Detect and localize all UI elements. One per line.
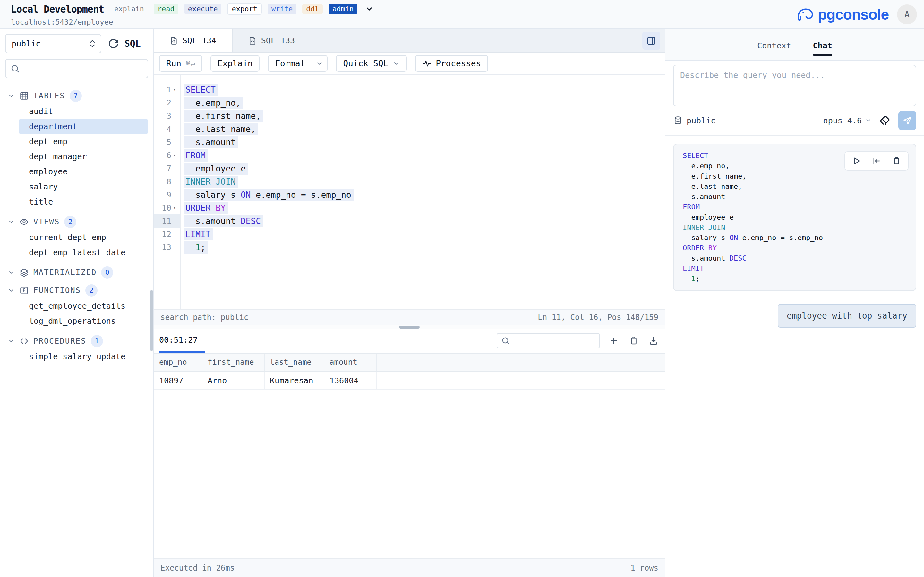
table-cell[interactable]: 136004 [325,372,376,390]
tab-sql-134[interactable]: SQL 134 [154,29,233,52]
result-timer-tab[interactable]: 00:51:27 [159,329,205,353]
copy-snippet-button[interactable] [892,156,901,165]
connection-menu-chevron-icon[interactable] [365,5,373,13]
section-header-functions[interactable]: FUNCTIONS2 [0,283,153,298]
quick-sql-button[interactable]: Quick SQL [336,55,407,72]
fold-marker-icon[interactable]: ▾ [171,153,178,158]
line-gutter: 2 [154,96,180,109]
tree-item-dept_emp[interactable]: dept_emp [19,134,148,149]
schema-select[interactable]: public [5,34,102,53]
chat-schema-context[interactable]: public [673,116,716,125]
model-select[interactable]: opus-4.6 [823,116,871,125]
processes-button[interactable]: Processes [415,55,488,72]
tree-section-procedures: PROCEDURES1simple_salary_update [0,334,153,366]
section-header-views[interactable]: VIEWS2 [0,214,153,229]
editor-line-11[interactable]: 11 s.amount DESC [154,214,665,227]
format-button[interactable]: Format [268,56,312,71]
explain-button[interactable]: Explain [210,55,260,72]
chevron-down-icon[interactable] [8,218,15,226]
editor-line-2[interactable]: 2 e.emp_no, [154,96,665,109]
tree-item-dept_manager[interactable]: dept_manager [19,149,148,164]
sql-token: 1 [195,243,200,252]
panel-splitter[interactable] [154,325,665,329]
insert-to-editor-button[interactable] [872,156,881,165]
tree-item-employee[interactable]: employee [19,164,148,179]
permission-badge-execute[interactable]: execute [184,4,222,14]
chevron-down-icon[interactable] [8,269,15,276]
fold-marker-icon[interactable]: ▾ [171,87,178,92]
section-header-procedures[interactable]: PROCEDURES1 [0,334,153,348]
tab-sql-133[interactable]: SQL 133 [233,29,311,52]
download-results-button[interactable] [649,336,658,346]
format-dropdown-button[interactable] [312,56,327,71]
table-cell[interactable]: Arno [202,372,265,390]
copy-results-button[interactable] [629,336,638,346]
editor-line-10[interactable]: 10▾ORDER BY [154,201,665,214]
run-shortcut: ⌘↵ [186,59,195,68]
table-row[interactable]: 10897ArnoKumaresan136004 [154,372,665,390]
tree-item-title[interactable]: title [19,194,148,210]
table-cell[interactable]: 10897 [154,372,202,390]
tree-item-log_dml_operations[interactable]: log_dml_operations [19,314,148,329]
editor-line-3[interactable]: 3 e.first_name, [154,109,665,122]
editor-line-6[interactable]: 6▾FROM [154,149,665,162]
tree-item-audit[interactable]: audit [19,104,148,119]
user-avatar[interactable]: A [897,5,917,24]
sidebar-scrollbar-thumb[interactable] [150,290,153,351]
send-button[interactable] [898,111,916,130]
permission-badge-explain[interactable]: explain [114,4,148,14]
tree-item-salary[interactable]: salary [19,179,148,194]
permission-badge-ddl[interactable]: ddl [302,4,323,14]
section-header-tables[interactable]: TABLES7 [0,89,153,103]
results-search-input[interactable] [497,333,600,348]
split-view-button[interactable] [642,32,660,50]
clear-chat-button[interactable] [879,115,891,126]
section-count-badge: 2 [64,216,76,228]
editor-line-7[interactable]: 7 employee e [154,162,665,175]
permission-badge-admin[interactable]: admin [328,4,357,14]
chat-prompt-input[interactable] [673,65,916,106]
section-header-materialized[interactable]: MATERIALIZED0 [0,265,153,280]
column-header-last_name[interactable]: last_name [265,354,325,371]
editor-line-1[interactable]: 1▾SELECT [154,83,665,96]
sql-editor[interactable]: 1▾SELECT2 e.emp_no,3 e.first_name,4 e.la… [154,75,665,309]
permission-badge-export[interactable]: export [227,3,262,15]
column-header-emp_no[interactable]: emp_no [154,354,202,371]
tree-item-simple_salary_update[interactable]: simple_salary_update [19,349,148,364]
editor-line-5[interactable]: 5 s.amount [154,135,665,149]
editor-line-4[interactable]: 4 e.last_name, [154,122,665,135]
permission-badge-read[interactable]: read [153,4,178,14]
add-result-tab-button[interactable] [609,336,619,346]
tree-item-department[interactable]: department [19,119,148,134]
tab-context[interactable]: Context [750,41,798,56]
tree-item-current_dept_emp[interactable]: current_dept_emp [19,230,148,245]
selection-highlight: salary s ON e.emp_no = s.emp_no [184,189,354,201]
run-button[interactable]: Run ⌘↵ [159,55,202,72]
sql-token: e.emp_no = s.emp_no [251,190,351,200]
assistant-sql-line: s.amount DESC [683,253,909,263]
fold-marker-icon[interactable]: ▾ [171,205,178,210]
table-cell[interactable]: Kumaresan [265,372,325,390]
column-header-first_name[interactable]: first_name [202,354,265,371]
selection-highlight: LIMIT [184,228,213,240]
permission-badge-write[interactable]: write [268,4,296,14]
tree-item-dept_emp_latest_date[interactable]: dept_emp_latest_date [19,245,148,260]
sql-mode-label[interactable]: SQL [124,39,141,49]
run-snippet-button[interactable] [852,156,861,165]
splitter-drag-handle[interactable] [399,326,420,329]
chevron-down-icon[interactable] [8,92,15,99]
column-header-amount[interactable]: amount [325,354,376,371]
editor-line-8[interactable]: 8INNER JOIN [154,175,665,188]
editor-line-9[interactable]: 9 salary s ON e.emp_no = s.emp_no [154,188,665,201]
chevron-down-icon[interactable] [8,338,15,345]
chevron-down-icon[interactable] [8,287,15,294]
gutter-divider [180,75,181,309]
editor-line-13[interactable]: 13 1; [154,241,665,254]
editor-line-12[interactable]: 12LIMIT [154,227,665,241]
tree-item-get_employee_details[interactable]: get_employee_details [19,298,148,314]
sidebar-search-input[interactable] [5,59,148,78]
code-text: s.amount DESC [180,216,263,226]
sql-token: ; [696,275,700,283]
refresh-schema-button[interactable] [107,38,119,49]
tab-chat[interactable]: Chat [806,41,839,56]
